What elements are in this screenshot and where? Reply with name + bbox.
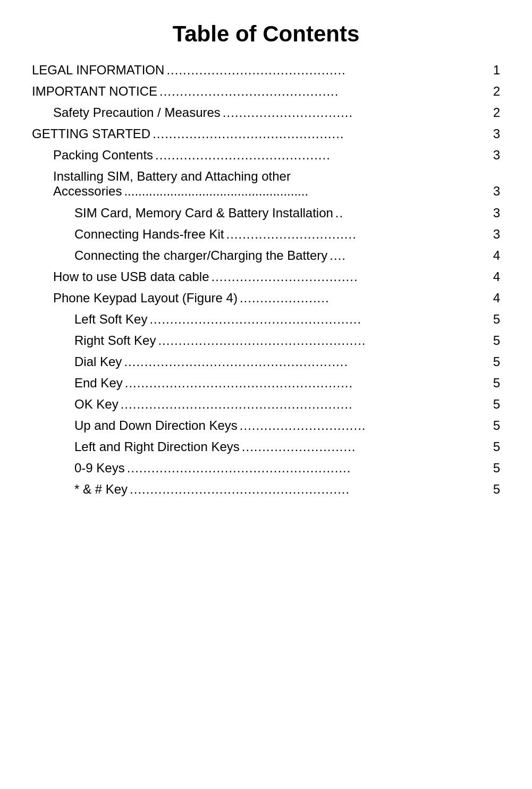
- toc-page: 3: [493, 227, 500, 242]
- toc-entry-installing-sim: Installing SIM, Battery and Attaching ot…: [32, 169, 500, 200]
- toc-dots: ........................................…: [149, 312, 491, 327]
- toc-dots: ....................................: [212, 269, 491, 284]
- toc-text: Left and Right Direction Keys: [74, 439, 240, 454]
- toc-entry-phone-keypad-layout: Phone Keypad Layout (Figure 4)..........…: [32, 291, 500, 308]
- toc-entry-usb-data-cable: How to use USB data cable...............…: [32, 269, 500, 286]
- toc-entry-getting-started: GETTING STARTED.........................…: [32, 126, 500, 143]
- toc-text: Phone Keypad Layout (Figure 4): [53, 291, 238, 306]
- toc-dots: ......................: [240, 291, 491, 306]
- toc-text: Dial Key: [74, 354, 122, 369]
- toc-entry-packing-contents: Packing Contents........................…: [32, 148, 500, 165]
- toc-dots: ........................................…: [124, 354, 491, 369]
- toc-entry-0-9-keys: 0-9 Keys................................…: [32, 461, 500, 478]
- toc-page: 4: [493, 269, 500, 284]
- toc-page: 3: [493, 148, 500, 163]
- toc-page: 4: [493, 291, 500, 306]
- toc-dots: ............................: [242, 439, 491, 454]
- toc-page: 3: [493, 126, 500, 141]
- toc-text: SIM Card, Memory Card & Battery Installa…: [74, 206, 333, 220]
- toc-page: 5: [493, 482, 500, 497]
- page-title: Table of Contents: [32, 21, 500, 47]
- toc-dots: ........................................…: [124, 184, 491, 199]
- toc-text: OK Key: [74, 397, 119, 412]
- toc-text: GETTING STARTED: [32, 126, 150, 141]
- toc-dots: ........................................…: [125, 376, 491, 391]
- toc-page: 5: [493, 376, 500, 391]
- toc-page: 5: [493, 333, 500, 348]
- toc-page: 5: [493, 354, 500, 369]
- toc-page: 2: [493, 105, 500, 120]
- toc-page: 5: [493, 312, 500, 327]
- toc-entry-right-soft-key: Right Soft Key..........................…: [32, 333, 500, 350]
- toc-entry-important-notice: IMPORTANT NOTICE........................…: [32, 84, 500, 101]
- toc-dots: ........................................…: [158, 333, 491, 348]
- toc-text: IMPORTANT NOTICE: [32, 84, 157, 99]
- toc-dots: ................................: [226, 227, 491, 242]
- toc-page: 5: [493, 418, 500, 433]
- toc-entry-star-hash-key: * & # Key...............................…: [32, 482, 500, 499]
- toc-page: 3: [493, 184, 500, 199]
- toc-page: 3: [493, 206, 500, 220]
- toc-text: Connecting Hands-free Kit: [74, 227, 224, 242]
- toc-page: 4: [493, 248, 500, 263]
- toc-entry-connecting-hands-free: Connecting Hands-free Kit...............…: [32, 227, 500, 244]
- toc-dots: ........................................…: [130, 482, 491, 497]
- toc-dots: ........................................…: [159, 84, 491, 99]
- toc-text: Connecting the charger/Charging the Batt…: [74, 248, 327, 263]
- toc-text: LEGAL INFORMATION: [32, 63, 164, 78]
- toc-dots: ...............................: [240, 418, 491, 433]
- toc-entry-connecting-charger: Connecting the charger/Charging the Batt…: [32, 248, 500, 265]
- toc-entry-legal-information: LEGAL INFORMATION.......................…: [32, 63, 500, 80]
- toc-text: End Key: [74, 376, 123, 391]
- toc-text: Up and Down Direction Keys: [74, 418, 238, 433]
- toc-entry-sim-card-memory: SIM Card, Memory Card & Battery Installa…: [32, 206, 500, 223]
- toc-entry-dial-key: Dial Key................................…: [32, 354, 500, 371]
- toc-text: How to use USB data cable: [53, 269, 209, 284]
- toc-page: 5: [493, 397, 500, 412]
- toc-dots: ........................................…: [121, 397, 491, 412]
- toc-entry-ok-key: OK Key..................................…: [32, 397, 500, 414]
- toc-text: Packing Contents: [53, 148, 153, 163]
- toc-page: 2: [493, 84, 500, 99]
- toc-entry-safety-precaution: Safety Precaution / Measures............…: [32, 105, 500, 122]
- toc-entry-left-right-direction-keys: Left and Right Direction Keys...........…: [32, 439, 500, 456]
- toc-text: Installing SIM, Battery and Attaching ot…: [53, 169, 500, 184]
- toc-text-line2: Accessories: [53, 184, 122, 199]
- toc-page: 1: [493, 63, 500, 78]
- toc-page: 5: [493, 461, 500, 476]
- toc-text: Left Soft Key: [74, 312, 147, 327]
- toc-container: LEGAL INFORMATION.......................…: [32, 63, 500, 499]
- toc-text: Right Soft Key: [74, 333, 156, 348]
- toc-entry-left-soft-key: Left Soft Key...........................…: [32, 312, 500, 329]
- toc-text: * & # Key: [74, 482, 128, 497]
- toc-dots: ........................................…: [127, 461, 491, 476]
- toc-dots: ....: [330, 248, 491, 263]
- toc-dots: ........................................…: [153, 126, 491, 141]
- toc-dots: ........................................…: [155, 148, 491, 163]
- toc-text: 0-9 Keys: [74, 461, 125, 476]
- toc-dots: ........................................…: [166, 63, 491, 78]
- toc-entry-end-key: End Key.................................…: [32, 376, 500, 393]
- toc-page: 5: [493, 439, 500, 454]
- toc-entry-up-down-direction-keys: Up and Down Direction Keys..............…: [32, 418, 500, 435]
- toc-dots: ................................: [223, 105, 491, 120]
- toc-text: Safety Precaution / Measures: [53, 105, 221, 120]
- toc-dots: ..: [335, 206, 491, 220]
